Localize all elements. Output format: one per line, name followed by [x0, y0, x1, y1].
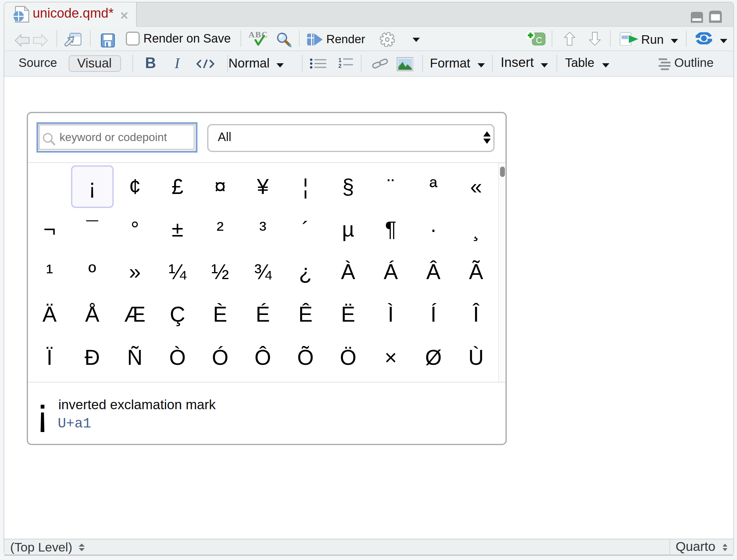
svg-text:1: 1	[338, 57, 341, 64]
svg-text:C: C	[536, 35, 542, 45]
svg-text:2: 2	[338, 63, 341, 68]
svg-text:ABC: ABC	[249, 30, 268, 39]
